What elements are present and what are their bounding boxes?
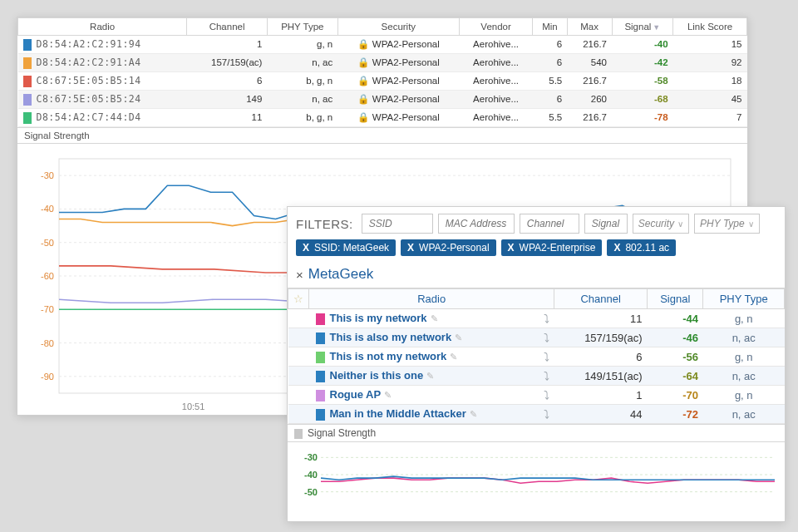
table-row[interactable]: Neither is this one✎⤵149/151(ac)-64n, ac bbox=[288, 367, 785, 386]
col-phy-type[interactable]: PHY Type bbox=[703, 289, 785, 309]
col-channel[interactable]: Channel bbox=[554, 289, 648, 309]
filter-chip[interactable]: XWPA2-Enterprise bbox=[501, 239, 603, 256]
expand-arrow-icon[interactable]: ⤵ bbox=[544, 312, 549, 325]
table-row[interactable]: D8:54:A2:C7:44:D411b, g, n🔒WPA2-Personal… bbox=[18, 108, 747, 126]
remove-chip-icon[interactable]: X bbox=[508, 242, 515, 254]
chevron-down-icon: ∨ bbox=[748, 219, 754, 229]
ssid-title: MetaGeek bbox=[308, 266, 373, 283]
col-phy-type[interactable]: PHY Type bbox=[267, 18, 337, 36]
svg-text:-30: -30 bbox=[41, 170, 54, 180]
table-row[interactable]: D8:54:A2:C2:91:A4157/159(ac)n, ac🔒WPA2-P… bbox=[18, 53, 747, 71]
filter-chip[interactable]: X802.11 ac bbox=[607, 239, 676, 256]
table-row[interactable]: D8:54:A2:C2:91:941g, n🔒WPA2-PersonalAero… bbox=[18, 36, 747, 54]
ssid-input[interactable] bbox=[362, 214, 433, 234]
swatch-icon bbox=[294, 429, 303, 439]
col-signal[interactable]: Signal bbox=[648, 289, 703, 309]
network-name: Man in the Middle Attacker bbox=[330, 407, 466, 420]
col-radio[interactable]: Radio bbox=[309, 289, 554, 309]
remove-chip-icon[interactable]: X bbox=[303, 242, 309, 254]
network-table: ☆RadioChannelSignalPHY Type This is my n… bbox=[288, 288, 785, 424]
chevron-down-icon: ∨ bbox=[677, 219, 683, 229]
lock-icon: 🔒 bbox=[357, 39, 369, 49]
network-name: This is also my network bbox=[330, 331, 452, 343]
mac-address: D8:54:A2:C2:91:A4 bbox=[37, 57, 141, 68]
expand-arrow-icon[interactable]: ⤵ bbox=[544, 388, 549, 401]
edit-icon[interactable]: ✎ bbox=[426, 371, 434, 381]
color-swatch bbox=[316, 313, 325, 325]
network-name: This is my network bbox=[330, 312, 427, 324]
expand-arrow-icon[interactable]: ⤵ bbox=[544, 407, 549, 421]
color-swatch bbox=[23, 39, 32, 51]
expand-arrow-icon[interactable]: ⤵ bbox=[544, 350, 549, 363]
signal-value: -46 bbox=[648, 328, 703, 347]
remove-chip-icon[interactable]: X bbox=[407, 242, 414, 254]
edit-icon[interactable]: ✎ bbox=[450, 352, 457, 362]
color-swatch bbox=[316, 390, 325, 401]
color-swatch bbox=[316, 371, 325, 382]
front-signal-chart: -30-40-50 bbox=[288, 442, 785, 507]
mac-input[interactable] bbox=[438, 214, 515, 234]
remove-chip-icon[interactable]: X bbox=[613, 242, 620, 254]
svg-text:-60: -60 bbox=[41, 271, 54, 281]
radio-table: RadioChannelPHY TypeSecurityVendorMinMax… bbox=[17, 17, 747, 127]
signal-value: -40 bbox=[612, 36, 673, 54]
network-name: Neither is this one bbox=[330, 369, 424, 382]
svg-text:-50: -50 bbox=[41, 238, 54, 248]
close-icon[interactable]: × bbox=[296, 268, 303, 282]
filters-bar: FILTERS: Security∨ PHY Type∨ bbox=[288, 207, 785, 234]
table-row[interactable]: C8:67:5E:05:B5:146b, g, n🔒WPA2-PersonalA… bbox=[18, 71, 747, 90]
col-channel[interactable]: Channel bbox=[187, 18, 268, 36]
edit-icon[interactable]: ✎ bbox=[431, 313, 438, 323]
mac-address: C8:67:5E:05:B5:24 bbox=[37, 93, 141, 105]
col-min[interactable]: Min bbox=[533, 18, 568, 36]
signal-value: -42 bbox=[612, 53, 673, 71]
filters-label: FILTERS: bbox=[296, 217, 353, 231]
signal-value: -58 bbox=[612, 71, 673, 90]
table-row[interactable]: This is also my network✎⤵157/159(ac)-46n… bbox=[288, 328, 785, 347]
color-swatch bbox=[316, 409, 325, 421]
svg-text:-40: -40 bbox=[41, 204, 54, 214]
network-name: Rogue AP bbox=[330, 388, 382, 401]
signal-input[interactable] bbox=[584, 214, 628, 234]
signal-value: -68 bbox=[612, 90, 673, 108]
channel-input[interactable] bbox=[520, 214, 579, 234]
filter-chip[interactable]: XSSID: MetaGeek bbox=[296, 239, 396, 256]
front-panel: FILTERS: Security∨ PHY Type∨ XSSID: Meta… bbox=[287, 206, 786, 522]
svg-text:-50: -50 bbox=[304, 487, 318, 497]
mac-address: D8:54:A2:C7:44:D4 bbox=[37, 111, 141, 123]
col-vendor[interactable]: Vendor bbox=[459, 18, 532, 36]
svg-text:-90: -90 bbox=[41, 372, 54, 382]
edit-icon[interactable]: ✎ bbox=[384, 390, 392, 400]
table-row[interactable]: This is my network✎⤵11-44g, n bbox=[288, 309, 785, 328]
signal-value: -70 bbox=[648, 386, 703, 405]
col-max[interactable]: Max bbox=[567, 18, 612, 36]
star-icon[interactable]: ☆ bbox=[293, 293, 303, 305]
signal-value: -64 bbox=[648, 367, 703, 386]
svg-text:-70: -70 bbox=[41, 304, 54, 314]
expand-arrow-icon[interactable]: ⤵ bbox=[544, 369, 549, 382]
color-swatch bbox=[23, 57, 32, 69]
lock-icon: 🔒 bbox=[357, 76, 369, 86]
color-swatch bbox=[316, 352, 325, 363]
filter-chip[interactable]: XWPA2-Personal bbox=[401, 239, 496, 256]
edit-icon[interactable]: ✎ bbox=[455, 332, 462, 342]
col-radio[interactable]: Radio bbox=[18, 18, 187, 36]
color-swatch bbox=[23, 94, 32, 106]
filter-chips: XSSID: MetaGeekXWPA2-PersonalXWPA2-Enter… bbox=[288, 234, 785, 263]
phy-select[interactable]: PHY Type∨ bbox=[694, 214, 760, 234]
col-signal[interactable]: Signal▼ bbox=[612, 18, 673, 36]
table-row[interactable]: C8:67:5E:05:B5:24149n, ac🔒WPA2-PersonalA… bbox=[18, 90, 747, 108]
sort-desc-icon: ▼ bbox=[653, 23, 660, 32]
signal-value: -72 bbox=[648, 405, 703, 424]
svg-text:-80: -80 bbox=[41, 337, 54, 347]
col-link-score[interactable]: Link Score bbox=[673, 18, 747, 36]
edit-icon[interactable]: ✎ bbox=[470, 409, 477, 419]
table-row[interactable]: This is not my network✎⤵6-56g, n bbox=[288, 347, 785, 367]
table-row[interactable]: Rogue AP✎⤵1-70g, n bbox=[288, 386, 785, 405]
expand-arrow-icon[interactable]: ⤵ bbox=[544, 331, 549, 344]
mac-address: C8:67:5E:05:B5:14 bbox=[37, 75, 141, 86]
table-row[interactable]: Man in the Middle Attacker✎⤵44-72n, ac bbox=[288, 405, 785, 424]
col-security[interactable]: Security bbox=[337, 18, 459, 36]
security-select[interactable]: Security∨ bbox=[633, 214, 689, 234]
signal-value: -78 bbox=[612, 108, 673, 126]
